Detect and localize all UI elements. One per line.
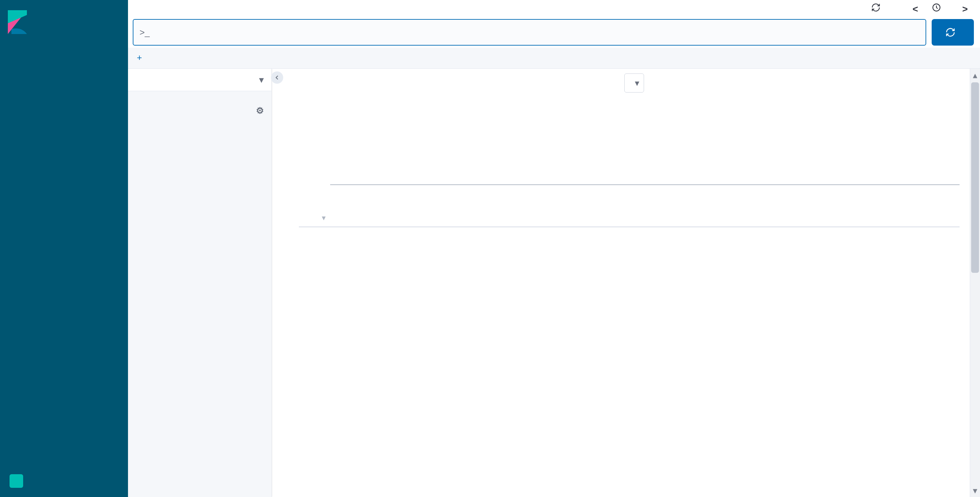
scroll-up-icon[interactable]: ▴ bbox=[970, 70, 980, 80]
caret-down-icon: ▾ bbox=[259, 74, 264, 86]
histogram-chart[interactable] bbox=[282, 95, 980, 207]
sort-icon: ▾ bbox=[322, 214, 325, 222]
brand-logo[interactable] bbox=[0, 0, 128, 44]
add-filter-link[interactable]: + bbox=[135, 52, 142, 63]
search-box[interactable]: >_ bbox=[133, 19, 926, 46]
scroll-down-icon[interactable]: ▾ bbox=[970, 486, 980, 495]
chart-xlabel bbox=[323, 195, 959, 207]
time-column-header[interactable]: ▾ bbox=[319, 214, 469, 222]
chart-ylabel bbox=[285, 95, 290, 207]
time-header bbox=[282, 69, 980, 95]
results-table: ▾ bbox=[282, 207, 980, 497]
main-content: < > >_ + ▾ bbox=[128, 0, 980, 497]
collapse-sidebar-button[interactable] bbox=[271, 71, 283, 84]
vertical-scrollbar[interactable]: ▴ ▾ bbox=[970, 69, 980, 497]
today-link[interactable] bbox=[932, 3, 949, 12]
filter-bar: + bbox=[128, 48, 980, 69]
results-panel: ▾ bbox=[272, 69, 980, 497]
fields-sidebar: ▾ ⚙ bbox=[128, 69, 272, 497]
plus-icon: + bbox=[137, 52, 142, 63]
refresh-button[interactable] bbox=[932, 19, 974, 46]
chevron-left-icon bbox=[274, 75, 280, 81]
kibana-logo-icon bbox=[8, 10, 27, 34]
path-column-header[interactable] bbox=[469, 214, 959, 222]
space-selector[interactable] bbox=[0, 465, 128, 497]
interval-select[interactable] bbox=[624, 73, 644, 92]
index-pattern-selector[interactable]: ▾ bbox=[128, 69, 271, 91]
space-initial bbox=[10, 474, 23, 488]
refresh-icon bbox=[945, 27, 956, 37]
autorefresh-link[interactable] bbox=[871, 3, 888, 12]
time-next[interactable]: > bbox=[962, 4, 968, 14]
search-row: >_ bbox=[128, 17, 980, 48]
scrollbar-thumb[interactable] bbox=[971, 82, 979, 273]
search-prompt-icon: >_ bbox=[140, 27, 150, 38]
top-menu: < > bbox=[811, 3, 973, 14]
refresh-icon bbox=[871, 3, 881, 12]
common-fields-label bbox=[128, 119, 271, 124]
top-bar: < > bbox=[128, 0, 980, 17]
available-fields-heading: ⚙ bbox=[128, 100, 271, 119]
table-header: ▾ bbox=[299, 207, 959, 227]
discover-body: ▾ ⚙ bbox=[128, 69, 980, 497]
app-sidebar bbox=[0, 0, 128, 497]
gear-icon[interactable]: ⚙ bbox=[256, 105, 264, 116]
selected-fields-heading bbox=[128, 91, 271, 100]
time-prev[interactable]: < bbox=[913, 4, 918, 14]
clock-icon bbox=[932, 3, 941, 12]
search-input[interactable] bbox=[154, 27, 920, 38]
